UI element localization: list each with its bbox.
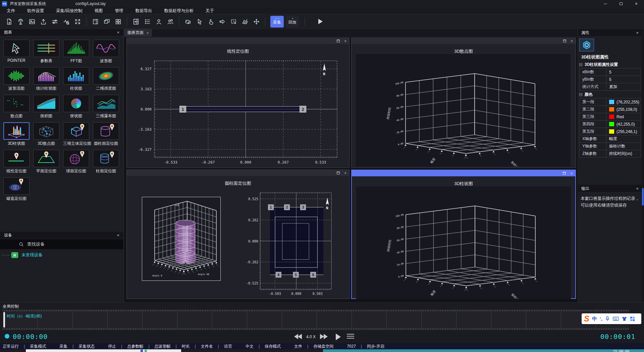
menu-item-6[interactable]: 数据处理与分析 xyxy=(164,8,194,14)
close-icon[interactable]: × xyxy=(344,39,346,43)
chart-type-fft[interactable]: FFT图 xyxy=(63,40,89,64)
acquire-mode-button[interactable]: 采集 xyxy=(270,16,284,28)
chart-type-param-table[interactable]: 参数表 xyxy=(33,40,59,64)
close-button[interactable]: × xyxy=(629,0,644,7)
tab-close-icon[interactable]: × xyxy=(147,31,149,35)
property-value[interactable]: 幅度 xyxy=(606,135,641,142)
chart-type-sphere-loc[interactable]: 球面定位图 xyxy=(63,150,89,174)
property-value[interactable]: 振铃计数 xyxy=(606,143,641,150)
collapse-icon[interactable] xyxy=(579,93,582,96)
chart-type-bars[interactable]: 柱状图 xyxy=(63,67,89,91)
ime-toolbar[interactable]: S 中 ’, xyxy=(582,313,641,324)
settings-slider-icon[interactable] xyxy=(49,16,60,27)
chart-type-waveflow[interactable]: 波形流图 xyxy=(3,67,30,91)
layout-cascade-icon[interactable] xyxy=(101,16,112,27)
restore-icon[interactable] xyxy=(563,172,566,175)
property-row[interactable]: 统计方式 累加 xyxy=(580,83,641,91)
menu-item-3[interactable]: 视图 xyxy=(94,8,103,14)
ime-language-mode[interactable]: 中 xyxy=(592,316,597,322)
timeline-scrubber[interactable] xyxy=(3,312,5,327)
playback-speed[interactable]: 4.0 X xyxy=(306,335,316,339)
hand-icon[interactable] xyxy=(205,16,216,27)
restore-icon[interactable] xyxy=(563,40,566,42)
restore-icon[interactable] xyxy=(337,40,340,42)
close-icon[interactable]: × xyxy=(571,172,573,175)
chart-type-line-loc[interactable]: 线性定位图 xyxy=(3,150,30,174)
close-icon[interactable]: × xyxy=(636,30,639,35)
property-row[interactable]: 第三段 Red xyxy=(580,113,641,121)
step-forward-icon[interactable] xyxy=(216,16,228,27)
device-tree-item[interactable]: R 未发现设备 xyxy=(0,249,123,258)
chart-type-waveform[interactable]: 波形图 xyxy=(93,40,119,64)
image-icon[interactable] xyxy=(26,16,38,27)
close-icon[interactable]: × xyxy=(571,39,573,43)
property-row[interactable]: 第五段 (255,246,1) xyxy=(580,128,641,135)
ime-logo-icon[interactable]: S xyxy=(584,315,589,323)
chart-type-area[interactable]: 面积图 xyxy=(33,95,59,119)
property-value[interactable]: 累加 xyxy=(606,83,641,90)
chart-type-plane-loc[interactable]: 平面定位图 xyxy=(33,150,59,174)
skin-shirt-icon[interactable] xyxy=(622,316,627,321)
menu-item-7[interactable]: 关于 xyxy=(206,8,214,14)
timeline-track[interactable]: 时间（s）-幅度(dB) xyxy=(3,310,629,330)
menu-item-4[interactable]: 管理 xyxy=(115,8,123,14)
chart-type-intensity[interactable]: 二维强度图 xyxy=(93,67,119,91)
export-icon[interactable] xyxy=(38,16,49,27)
tab-chart-page[interactable]: 图表页面 × xyxy=(124,29,152,37)
transport-menu-button[interactable] xyxy=(347,334,354,340)
property-row[interactable]: Z轴参数 持续时间(us) xyxy=(580,150,641,158)
restore-icon[interactable] xyxy=(337,172,340,174)
object-type-tile[interactable] xyxy=(579,39,594,51)
toolbox-grid-icon[interactable] xyxy=(630,316,635,321)
property-row[interactable]: 第一段 (76,202,255) xyxy=(580,98,641,106)
cursor-icon[interactable] xyxy=(194,16,205,27)
property-value[interactable]: (255,246,1) xyxy=(606,128,641,135)
property-value[interactable]: (255,108,0) xyxy=(606,106,641,113)
chart-type-bar3d[interactable]: 3D柱状图 xyxy=(3,122,30,146)
run-button[interactable] xyxy=(315,16,326,27)
chart-type-stat-bars[interactable]: 统计柱状图 xyxy=(33,67,59,91)
list-view-icon[interactable] xyxy=(142,16,153,27)
property-row[interactable]: 第二段 (255,108,0) xyxy=(580,106,641,113)
panel-3d-scatter[interactable]: × 3D散点图 100.0080.0060.0040.0020.000.00持续… xyxy=(351,38,576,168)
crosshair-icon[interactable] xyxy=(251,16,262,27)
users-icon[interactable] xyxy=(164,16,176,27)
keyboard-icon[interactable] xyxy=(613,316,619,321)
panel-toggle-icon[interactable] xyxy=(130,16,142,27)
property-value[interactable]: (42,255,0) xyxy=(606,121,641,128)
property-value[interactable]: 5 xyxy=(606,69,641,76)
scrollbar-thumb[interactable] xyxy=(642,188,644,206)
close-icon[interactable]: × xyxy=(636,186,639,191)
new-file-icon[interactable] xyxy=(3,16,15,27)
skip-back-button[interactable] xyxy=(293,333,303,340)
chart-type-cylface-loc[interactable]: 圆柱面定位图 xyxy=(93,122,119,146)
layout-single-icon[interactable] xyxy=(90,16,101,27)
property-row[interactable]: 第四段 (42,255,0) xyxy=(580,121,641,128)
close-icon[interactable]: × xyxy=(117,233,119,238)
property-row[interactable]: yBin数 5 xyxy=(580,76,641,83)
menu-item-0[interactable]: 文件 xyxy=(7,8,15,14)
minimize-button[interactable] xyxy=(598,0,613,7)
property-value[interactable]: 持续时间(us) xyxy=(606,150,641,157)
device-search-input[interactable]: 查找设备 xyxy=(0,239,123,249)
section-header-1[interactable]: 颜色 xyxy=(578,91,642,98)
link-loop-icon[interactable] xyxy=(182,16,194,27)
property-value[interactable]: Red xyxy=(606,113,641,120)
chart-type-waterfall[interactable]: 三维瀑布图 xyxy=(93,95,119,119)
property-value[interactable]: (76,202,255) xyxy=(606,98,641,105)
user-icon[interactable] xyxy=(153,16,164,27)
chart-type-scatter3d[interactable]: 3D散点图 xyxy=(33,122,59,146)
skip-forward-button[interactable] xyxy=(319,333,329,340)
chart-type-tank-loc[interactable]: 罐底定位图 xyxy=(3,177,30,202)
ime-punctuation[interactable]: ’, xyxy=(600,316,602,321)
wave-monitor-icon[interactable] xyxy=(60,16,72,27)
marquee-select-icon[interactable] xyxy=(228,16,239,27)
chart-type-pie[interactable]: 饼状图 xyxy=(63,95,89,119)
chart-type-cube-loc[interactable]: 三维立体定位图 xyxy=(63,122,89,146)
chart-type-cylsurf-loc[interactable]: 柱面定位图 xyxy=(93,150,119,174)
panel-3d-bar[interactable]: × 3D柱状图 100.0080.0060.0040.0020.000.00持续… xyxy=(351,170,576,299)
scrollbar[interactable] xyxy=(642,29,644,302)
microphone-icon[interactable] xyxy=(605,316,610,322)
menu-item-2[interactable]: 采集/回放控制 xyxy=(56,8,82,14)
layout-grid-icon[interactable] xyxy=(112,16,124,27)
